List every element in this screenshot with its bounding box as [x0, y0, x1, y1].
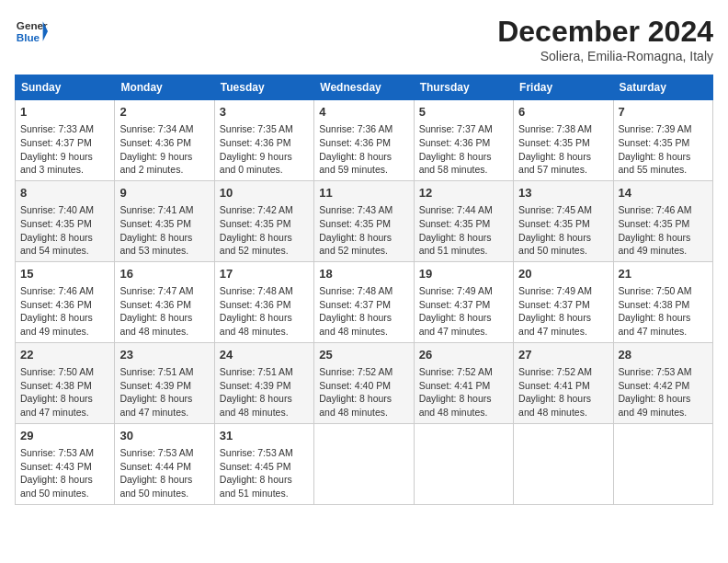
calendar-cell: 14Sunrise: 7:46 AMSunset: 4:35 PMDayligh…: [613, 180, 712, 261]
calendar-cell: 8Sunrise: 7:40 AMSunset: 4:35 PMDaylight…: [16, 180, 115, 261]
calendar-cell: [414, 423, 513, 504]
cell-content: Sunrise: 7:44 AMSunset: 4:35 PMDaylight:…: [419, 203, 508, 258]
logo-icon: General Blue: [15, 15, 48, 48]
weekday-header-saturday: Saturday: [613, 75, 712, 100]
logo: General Blue: [15, 15, 48, 48]
calendar-cell: 21Sunrise: 7:50 AMSunset: 4:38 PMDayligh…: [613, 261, 712, 342]
cell-content: Sunrise: 7:34 AMSunset: 4:36 PMDaylight:…: [119, 122, 209, 177]
calendar-cell: 25Sunrise: 7:52 AMSunset: 4:40 PMDayligh…: [314, 342, 414, 423]
day-number: 16: [119, 266, 209, 282]
calendar-cell: 17Sunrise: 7:48 AMSunset: 4:36 PMDayligh…: [214, 261, 313, 342]
month-title: December 2024: [497, 15, 713, 49]
calendar-cell: 28Sunrise: 7:53 AMSunset: 4:42 PMDayligh…: [613, 342, 712, 423]
calendar-cell: 12Sunrise: 7:44 AMSunset: 4:35 PMDayligh…: [414, 180, 513, 261]
cell-content: Sunrise: 7:53 AMSunset: 4:42 PMDaylight:…: [619, 365, 708, 419]
cell-content: Sunrise: 7:48 AMSunset: 4:36 PMDaylight:…: [220, 284, 309, 339]
calendar-cell: [613, 423, 712, 504]
calendar-cell: 31Sunrise: 7:53 AMSunset: 4:45 PMDayligh…: [214, 423, 313, 504]
day-number: 30: [119, 428, 209, 444]
calendar-week-4: 22Sunrise: 7:50 AMSunset: 4:38 PMDayligh…: [16, 342, 713, 423]
calendar-header-row: SundayMondayTuesdayWednesdayThursdayFrid…: [16, 75, 713, 100]
cell-content: Sunrise: 7:50 AMSunset: 4:38 PMDaylight:…: [619, 284, 708, 339]
cell-content: Sunrise: 7:53 AMSunset: 4:43 PMDaylight:…: [20, 446, 109, 500]
day-number: 15: [20, 266, 109, 282]
cell-content: Sunrise: 7:35 AMSunset: 4:36 PMDaylight:…: [220, 122, 309, 177]
cell-content: Sunrise: 7:52 AMSunset: 4:40 PMDaylight:…: [319, 365, 408, 419]
calendar-week-2: 8Sunrise: 7:40 AMSunset: 4:35 PMDaylight…: [16, 180, 713, 261]
calendar-cell: 23Sunrise: 7:51 AMSunset: 4:39 PMDayligh…: [115, 342, 214, 423]
cell-content: Sunrise: 7:33 AMSunset: 4:37 PMDaylight:…: [20, 122, 109, 177]
cell-content: Sunrise: 7:47 AMSunset: 4:36 PMDaylight:…: [119, 284, 209, 339]
day-number: 18: [319, 266, 408, 282]
weekday-header-wednesday: Wednesday: [314, 75, 414, 100]
weekday-header-sunday: Sunday: [16, 75, 115, 100]
cell-content: Sunrise: 7:46 AMSunset: 4:36 PMDaylight:…: [20, 284, 109, 339]
weekday-header-tuesday: Tuesday: [214, 75, 313, 100]
calendar-cell: 5Sunrise: 7:37 AMSunset: 4:36 PMDaylight…: [414, 100, 513, 181]
day-number: 12: [419, 185, 508, 201]
day-number: 6: [518, 104, 608, 121]
calendar-cell: 2Sunrise: 7:34 AMSunset: 4:36 PMDaylight…: [115, 100, 214, 181]
calendar-cell: 30Sunrise: 7:53 AMSunset: 4:44 PMDayligh…: [115, 423, 214, 504]
day-number: 23: [119, 347, 209, 363]
calendar-cell: 13Sunrise: 7:45 AMSunset: 4:35 PMDayligh…: [514, 180, 613, 261]
calendar-cell: 22Sunrise: 7:50 AMSunset: 4:38 PMDayligh…: [16, 342, 115, 423]
calendar-cell: 15Sunrise: 7:46 AMSunset: 4:36 PMDayligh…: [16, 261, 115, 342]
day-number: 1: [20, 104, 109, 121]
day-number: 13: [518, 185, 608, 201]
calendar-cell: 9Sunrise: 7:41 AMSunset: 4:35 PMDaylight…: [115, 180, 214, 261]
calendar-cell: 29Sunrise: 7:53 AMSunset: 4:43 PMDayligh…: [16, 423, 115, 504]
cell-content: Sunrise: 7:39 AMSunset: 4:35 PMDaylight:…: [619, 122, 708, 177]
calendar-cell: 10Sunrise: 7:42 AMSunset: 4:35 PMDayligh…: [214, 180, 313, 261]
calendar-cell: 20Sunrise: 7:49 AMSunset: 4:37 PMDayligh…: [514, 261, 613, 342]
calendar-cell: 4Sunrise: 7:36 AMSunset: 4:36 PMDaylight…: [314, 100, 414, 181]
calendar-cell: [314, 423, 414, 504]
calendar-body: 1Sunrise: 7:33 AMSunset: 4:37 PMDaylight…: [16, 100, 713, 505]
svg-text:Blue: Blue: [17, 31, 40, 43]
calendar-cell: 24Sunrise: 7:51 AMSunset: 4:39 PMDayligh…: [214, 342, 313, 423]
day-number: 27: [518, 347, 608, 363]
cell-content: Sunrise: 7:52 AMSunset: 4:41 PMDaylight:…: [518, 365, 608, 419]
cell-content: Sunrise: 7:37 AMSunset: 4:36 PMDaylight:…: [419, 122, 508, 177]
cell-content: Sunrise: 7:51 AMSunset: 4:39 PMDaylight:…: [119, 365, 209, 419]
day-number: 22: [20, 347, 109, 363]
cell-content: Sunrise: 7:43 AMSunset: 4:35 PMDaylight:…: [319, 203, 408, 258]
day-number: 17: [220, 266, 309, 282]
calendar-cell: [514, 423, 613, 504]
weekday-header-monday: Monday: [115, 75, 214, 100]
calendar-cell: 3Sunrise: 7:35 AMSunset: 4:36 PMDaylight…: [214, 100, 313, 181]
calendar-week-3: 15Sunrise: 7:46 AMSunset: 4:36 PMDayligh…: [16, 261, 713, 342]
calendar-week-5: 29Sunrise: 7:53 AMSunset: 4:43 PMDayligh…: [16, 423, 713, 504]
day-number: 21: [619, 266, 708, 282]
cell-content: Sunrise: 7:46 AMSunset: 4:35 PMDaylight:…: [619, 203, 708, 258]
calendar-cell: 7Sunrise: 7:39 AMSunset: 4:35 PMDaylight…: [613, 100, 712, 181]
day-number: 20: [518, 266, 608, 282]
cell-content: Sunrise: 7:40 AMSunset: 4:35 PMDaylight:…: [20, 203, 109, 258]
cell-content: Sunrise: 7:49 AMSunset: 4:37 PMDaylight:…: [419, 284, 508, 339]
day-number: 31: [220, 428, 309, 444]
cell-content: Sunrise: 7:49 AMSunset: 4:37 PMDaylight:…: [518, 284, 608, 339]
calendar-table: SundayMondayTuesdayWednesdayThursdayFrid…: [15, 75, 713, 505]
day-number: 19: [419, 266, 508, 282]
cell-content: Sunrise: 7:52 AMSunset: 4:41 PMDaylight:…: [419, 365, 508, 419]
calendar-cell: 26Sunrise: 7:52 AMSunset: 4:41 PMDayligh…: [414, 342, 513, 423]
cell-content: Sunrise: 7:51 AMSunset: 4:39 PMDaylight:…: [220, 365, 309, 419]
day-number: 5: [419, 104, 508, 121]
title-area: December 2024 Soliera, Emilia-Romagna, I…: [497, 15, 713, 63]
cell-content: Sunrise: 7:53 AMSunset: 4:45 PMDaylight:…: [220, 446, 309, 500]
day-number: 24: [220, 347, 309, 363]
day-number: 14: [619, 185, 708, 201]
cell-content: Sunrise: 7:36 AMSunset: 4:36 PMDaylight:…: [319, 122, 408, 177]
day-number: 2: [119, 104, 209, 121]
calendar-cell: 27Sunrise: 7:52 AMSunset: 4:41 PMDayligh…: [514, 342, 613, 423]
calendar-cell: 18Sunrise: 7:48 AMSunset: 4:37 PMDayligh…: [314, 261, 414, 342]
day-number: 29: [20, 428, 109, 444]
day-number: 7: [619, 104, 708, 121]
weekday-header-thursday: Thursday: [414, 75, 513, 100]
day-number: 10: [220, 185, 309, 201]
calendar-cell: 6Sunrise: 7:38 AMSunset: 4:35 PMDaylight…: [514, 100, 613, 181]
cell-content: Sunrise: 7:41 AMSunset: 4:35 PMDaylight:…: [119, 203, 209, 258]
weekday-header-friday: Friday: [514, 75, 613, 100]
day-number: 3: [220, 104, 309, 121]
day-number: 4: [319, 104, 408, 121]
